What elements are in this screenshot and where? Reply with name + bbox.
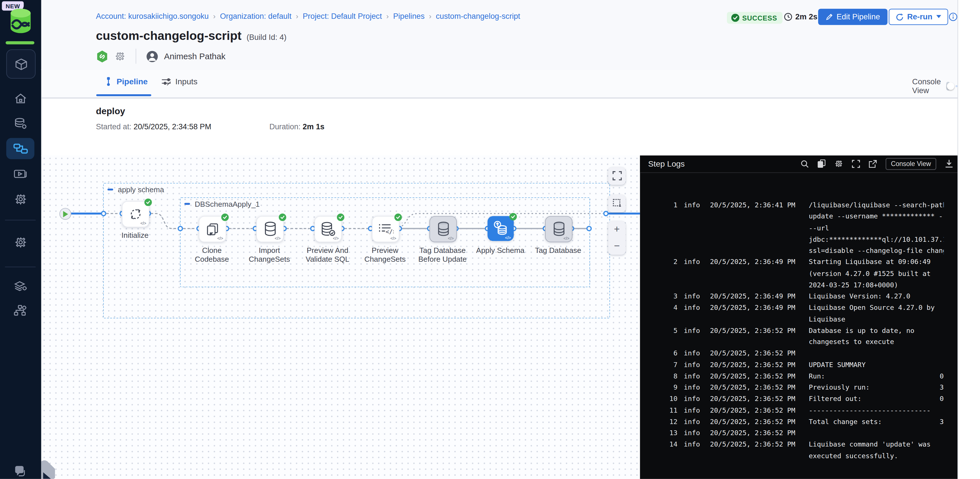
search-icon[interactable] [801,160,809,168]
info-icon[interactable] [948,13,957,21]
log-message: Run:0 [809,371,944,382]
codebase-status-icon[interactable] [96,49,108,63]
product-logo[interactable] [7,7,34,36]
logo-underline [6,41,35,44]
edge-port[interactable] [310,226,315,230]
sidebar-item-module-selector[interactable] [6,49,36,79]
tab-pipeline[interactable]: Pipeline [104,77,148,86]
edge-port[interactable] [587,226,591,230]
canvas-corner-handle[interactable] [41,460,55,479]
log-line-number: 4 [654,303,677,314]
log-row: 7info20/5/2025, 2:36:52 PMUPDATE SUMMARY [640,359,954,371]
svg-text:?: ? [18,467,21,473]
sidebar-item-project-settings[interactable] [6,232,35,253]
edge-port[interactable] [603,211,608,215]
log-row: 3info20/5/2025, 2:36:49 PMLiquibase Vers… [640,291,954,303]
step-logs-title: Step Logs [648,159,685,168]
code-template-icon: </> [390,236,396,240]
copy-icon[interactable] [818,159,826,168]
log-level: info [684,303,700,314]
log-message: Liquibase Version: 4.27.0 [809,291,944,303]
gear-icon [13,192,27,206]
step-node-preview-and-validate-sql[interactable]: </> [314,216,342,242]
sidebar-item-home[interactable] [6,88,35,109]
tab-inputs[interactable]: Inputs [161,77,197,86]
database-gear-icon [13,117,27,130]
log-line-number: 12 [654,416,677,428]
step-node-import-changesets[interactable]: </> [256,216,284,242]
download-icon[interactable] [945,159,953,168]
code-template-icon: </> [275,236,281,240]
log-message: jdbc:*************ql://10.101.37.129 [809,234,944,246]
pipeline-canvas[interactable]: apply schema DBSchemaApply_1 [41,155,640,479]
log-timestamp: 20/5/2025, 2:36:52 PM [710,393,795,405]
zoom-out-button[interactable]: − [608,238,625,254]
log-row: 6info20/5/2025, 2:36:52 PM [640,348,954,359]
edge-port[interactable] [178,226,182,230]
code-template-icon: </> [563,236,570,240]
log-row: 1info20/5/2025, 2:36:41 PM/liquibase/liq… [640,200,954,211]
log-message: Database is up to date, no [809,325,944,336]
sidebar-divider [5,266,36,267]
log-level: info [684,200,700,211]
sidebar-item-layers-settings[interactable] [6,275,35,297]
step-node-tag-database[interactable]: </> [545,216,573,242]
log-row: 11info20/5/2025, 2:36:52 PM-------------… [640,405,954,416]
console-view-button[interactable]: Console View [886,158,936,170]
step-logs-toolbar: Console View [801,158,953,170]
author-name: Animesh Pathak [164,52,226,61]
breadcrumb-separator: › [429,12,431,21]
code-template-icon: </> [505,235,511,240]
sidebar-item-databases[interactable] [6,113,35,135]
pipeline-icon [13,143,28,155]
step-node-apply-schema[interactable]: </> [487,216,513,241]
step-label-initialize: Initialize [105,231,165,240]
step-node-preview-changesets[interactable]: </> </> [372,216,399,242]
pipeline-start-node[interactable] [59,208,71,220]
stage-times: Started at: 20/5/2025, 2:34:58 PM Durati… [96,122,325,131]
log-timestamp: 20/5/2025, 2:36:52 PM [710,325,795,336]
marquee-select-button[interactable] [608,195,625,212]
gear-icon[interactable] [835,159,843,168]
step-node-clone-codebase[interactable]: </> [199,216,226,242]
log-row: 2info20/5/2025, 2:36:49 PMStarting Liqui… [640,257,954,268]
edge-port[interactable] [101,211,105,215]
rerun-button[interactable]: Re-run [888,9,948,25]
step-node-tag-database-before-update[interactable]: </> [429,216,457,242]
breadcrumb-link[interactable]: custom-changelog-script [436,12,520,21]
edge-ports [101,211,608,230]
console-view-toggle[interactable] [947,81,950,90]
breadcrumb-link[interactable]: Account: kurosakiichigo.songoku [96,12,209,21]
divider [135,49,136,64]
log-level: info [684,416,700,428]
zoom-in-button[interactable]: + [608,221,625,238]
log-message: update --username ************* --pa [809,211,944,223]
step-logs-body[interactable]: 1info20/5/2025, 2:36:41 PM/liquibase/liq… [640,172,957,479]
duration-value: 2m 1s [303,122,325,131]
pipeline-settings-gear-icon[interactable] [114,51,125,62]
console-view-label: Console View [912,77,941,95]
sidebar-item-org-settings[interactable] [6,300,35,321]
log-level: info [684,257,700,268]
fit-view-button[interactable] [608,167,625,184]
log-line-number: 10 [654,393,677,405]
svg-text:</>: </> [386,228,394,235]
log-row: 5info20/5/2025, 2:36:52 PMDatabase is up… [640,325,954,336]
marquee-icon [612,198,622,208]
log-row: 13info20/5/2025, 2:36:52 PM [640,428,954,439]
fullscreen-icon[interactable] [852,160,861,168]
help-chat-icon[interactable]: ? [14,465,27,478]
breadcrumb-separator: › [296,12,298,21]
fullscreen-icon [612,171,622,181]
external-link-icon[interactable] [869,160,877,168]
sidebar-item-executions[interactable] [6,163,35,185]
breadcrumb-link[interactable]: Organization: default [220,12,292,21]
log-row: 14info20/5/2025, 2:36:52 PMLiquibase com… [640,439,954,450]
breadcrumb-link[interactable]: Pipelines [393,12,425,21]
sidebar-item-pipelines[interactable] [6,138,35,160]
sidebar-item-stage-settings[interactable] [6,189,35,210]
step-node-initialize[interactable]: </> [122,201,150,227]
log-timestamp: 20/5/2025, 2:36:52 PM [710,348,795,359]
edit-pipeline-button[interactable]: Edit Pipeline [818,9,887,25]
breadcrumb-link[interactable]: Project: Default Project [303,12,382,21]
